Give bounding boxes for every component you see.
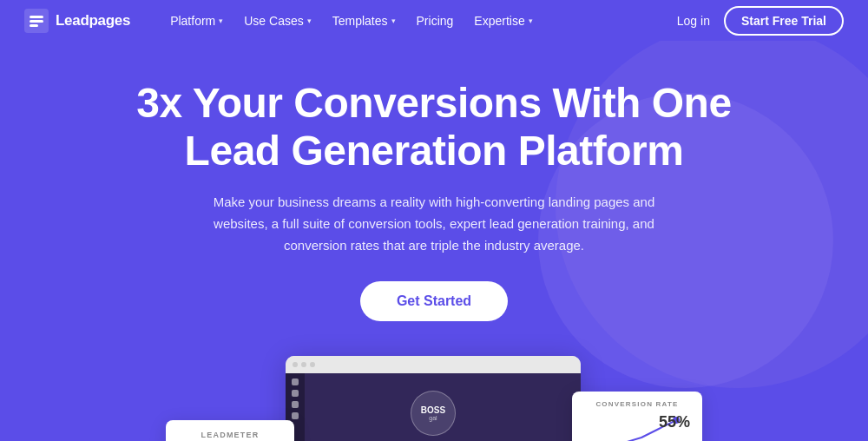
browser-dot-yellow [301, 362, 306, 367]
conversion-percent: 55% [659, 413, 690, 431]
hero-title: 3x Your Conversions With One Lead Genera… [130, 79, 738, 174]
sidebar-icon-1 [292, 378, 299, 385]
browser-logo-badge: BOSS gal [411, 391, 456, 436]
nav-pricing[interactable]: Pricing [408, 9, 463, 33]
hero-subtitle: Make your business dreams a reality with… [191, 192, 677, 256]
start-free-trial-button[interactable]: Start Free Trial [724, 6, 844, 36]
browser-dot-red [293, 362, 298, 367]
leadpages-logo-icon [24, 9, 49, 33]
browser-bar [286, 356, 581, 373]
hero-content: 3x Your Conversions With One Lead Genera… [35, 79, 833, 352]
nav-use-cases[interactable]: Use Cases ▾ [235, 9, 319, 33]
browser-logo-line2: gal [429, 415, 437, 421]
browser-dot-green [310, 362, 315, 367]
nav-templates[interactable]: Templates ▾ [324, 9, 404, 33]
browser-preview: BOSS gal TRANSFORM YOUR BUSINESS [286, 356, 581, 441]
conversion-rate-card: CONVERSION RATE 55% [572, 392, 702, 441]
chevron-down-icon: ▾ [307, 16, 312, 25]
login-link[interactable]: Log in [677, 14, 710, 28]
svg-rect-1 [30, 16, 43, 18]
navigation: Leadpages Platform ▾ Use Cases ▾ Templat… [0, 0, 868, 41]
sidebar-icon-3 [292, 401, 299, 408]
nav-actions: Log in Start Free Trial [677, 6, 844, 36]
chevron-down-icon: ▾ [529, 16, 533, 25]
browser-logo-line1: BOSS [421, 405, 445, 415]
leadmeter-card: LEADMETER [166, 420, 294, 441]
chevron-down-icon: ▾ [391, 16, 396, 25]
conversion-chart: 55% [584, 413, 690, 441]
preview-area: LEADMETER BOSS [35, 356, 833, 441]
get-started-button[interactable]: Get Started [360, 281, 508, 321]
leadmeter-label: LEADMETER [180, 431, 280, 439]
conversion-label: CONVERSION RATE [584, 400, 690, 408]
nav-platform[interactable]: Platform ▾ [161, 9, 232, 33]
sidebar-icon-2 [292, 390, 299, 397]
svg-rect-3 [30, 24, 38, 27]
logo[interactable]: Leadpages [24, 9, 130, 33]
svg-rect-2 [30, 20, 43, 23]
sidebar-icon-4 [292, 412, 299, 419]
logo-text: Leadpages [56, 12, 130, 30]
browser-content: BOSS gal TRANSFORM YOUR BUSINESS [286, 373, 581, 441]
nav-links: Platform ▾ Use Cases ▾ Templates ▾ Prici… [161, 9, 677, 33]
hero-section: 3x Your Conversions With One Lead Genera… [0, 41, 868, 441]
chevron-down-icon: ▾ [219, 16, 223, 25]
nav-expertise[interactable]: Expertise ▾ [465, 9, 541, 33]
